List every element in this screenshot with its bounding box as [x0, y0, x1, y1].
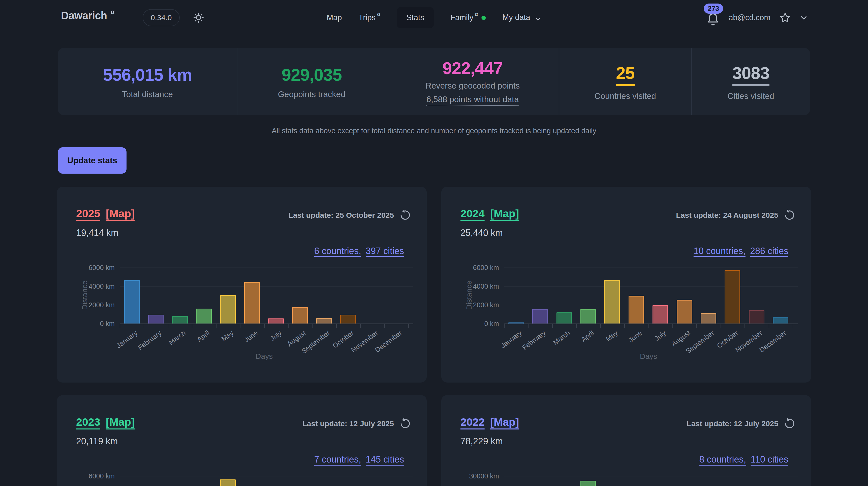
- bar-february: [148, 315, 163, 323]
- reverse-geocoded-value: 922,447: [442, 59, 503, 78]
- x-axis-month-label: December: [374, 329, 403, 354]
- chart-gridline: [504, 476, 798, 477]
- x-axis-line: [120, 323, 413, 324]
- geopoints-value: 929,035: [281, 65, 342, 84]
- x-axis-tick: [240, 324, 241, 328]
- x-axis-tick: [744, 324, 745, 328]
- bar-april: [196, 309, 212, 323]
- x-axis-month-label: December: [758, 329, 788, 354]
- version-label: 0.34.0: [151, 13, 172, 22]
- star-icon: [779, 11, 791, 24]
- x-axis-tick: [360, 324, 361, 328]
- geopoints-label: Geopoints tracked: [278, 90, 345, 99]
- distance-bar-chart: 0 km2000 km4000 km6000 kmJanuaryFebruary…: [57, 187, 427, 382]
- x-axis-tick: [408, 324, 409, 328]
- x-axis-tick: [552, 324, 553, 328]
- x-axis-tick: [793, 324, 793, 328]
- bar-june: [628, 296, 644, 323]
- bar-may: [220, 295, 236, 323]
- x-axis-tick: [384, 324, 385, 328]
- points-without-data-link[interactable]: 6,588 points without data: [427, 95, 519, 106]
- x-axis-tick: [720, 324, 721, 328]
- theme-toggle-button[interactable]: [192, 11, 205, 24]
- year-card: 2023 [Map] Last update: 12 July 2025 20,…: [57, 395, 427, 486]
- x-axis-tick: [769, 324, 769, 328]
- chart-gridline: [504, 286, 798, 287]
- x-axis-month-label: March: [167, 329, 187, 347]
- bar-may: [220, 480, 236, 486]
- x-axis-tick: [528, 324, 528, 328]
- x-axis-tick: [216, 324, 217, 328]
- nav-family[interactable]: Familyα: [451, 13, 486, 22]
- bar-march: [557, 312, 572, 323]
- x-axis-tick: [600, 324, 601, 328]
- user-menu-toggle[interactable]: [800, 13, 808, 22]
- bar-september: [316, 318, 332, 323]
- bar-january: [124, 280, 140, 323]
- bar-july: [268, 318, 284, 323]
- chart-gridline: [504, 267, 798, 268]
- bar-november: [749, 310, 765, 323]
- chevron-down-icon: [800, 13, 808, 22]
- trips-alpha-badge: α: [377, 11, 380, 17]
- chart-gridline: [120, 286, 413, 287]
- version-badge: 0.34.0: [143, 9, 180, 26]
- x-axis-tick: [336, 324, 337, 328]
- navbar: Dawarich α 0.34.0 Map Tripsα Stats Famil…: [0, 0, 868, 35]
- x-axis-tick: [192, 324, 192, 328]
- nav-trips[interactable]: Tripsα: [359, 13, 380, 22]
- app-brand[interactable]: Dawarich α: [61, 9, 115, 22]
- x-axis-tick: [144, 324, 144, 328]
- alpha-badge: α: [111, 8, 115, 16]
- x-axis-tick: [696, 324, 697, 328]
- x-axis-month-label: May: [604, 329, 620, 343]
- x-axis-title: Days: [640, 352, 657, 361]
- stat-reverse-geocoded: 922,447 Reverse geocoded points 6,588 po…: [386, 48, 559, 115]
- x-axis-tick: [168, 324, 168, 328]
- x-axis-month-label: January: [499, 329, 523, 350]
- countries-value: 25: [616, 64, 634, 86]
- distance-bar-chart: 0 km2000 km4000 km6000 kmJanuaryFebruary…: [57, 395, 427, 486]
- x-axis-month-label: March: [552, 329, 571, 347]
- x-axis-tick: [264, 324, 265, 328]
- bar-july: [652, 305, 668, 323]
- notification-count-badge: 273: [704, 3, 723, 13]
- x-axis-line: [504, 323, 798, 324]
- favorite-star-button[interactable]: [779, 11, 791, 24]
- family-online-dot: [482, 16, 486, 20]
- chart-gridline: [120, 476, 413, 477]
- bar-may: [604, 280, 620, 323]
- y-axis-tick-label: 0 km: [57, 320, 115, 328]
- nav-map[interactable]: Map: [327, 13, 342, 22]
- countries-label: Countries visited: [594, 91, 656, 101]
- sun-icon: [193, 12, 205, 24]
- x-axis-month-label: June: [627, 329, 644, 344]
- stat-cities: 3083 Cities visited: [691, 48, 810, 115]
- x-axis-month-label: August: [285, 329, 307, 348]
- y-axis-tick-label: 30000 km: [441, 473, 499, 480]
- y-axis-tick-label: 0 km: [441, 320, 499, 328]
- notifications-button[interactable]: 273: [706, 12, 720, 27]
- reverse-geocoded-label: Reverse geocoded points: [426, 81, 520, 91]
- nav-my-data[interactable]: My data: [502, 13, 541, 23]
- nav-stats-active[interactable]: Stats: [397, 7, 434, 28]
- user-email[interactable]: ab@cd.com: [728, 13, 771, 22]
- year-card: 2025 [Map] Last update: 25 October 2025 …: [57, 187, 427, 382]
- y-axis-title: Distance: [465, 281, 473, 310]
- x-axis-tick: [288, 324, 288, 328]
- x-axis-tick: [504, 324, 504, 328]
- bar-october: [340, 315, 356, 323]
- cities-value: 3083: [733, 64, 770, 86]
- x-axis-month-label: August: [670, 329, 691, 348]
- x-axis-month-label: June: [243, 329, 259, 344]
- bar-april: [581, 309, 596, 323]
- stat-countries: 25 Countries visited: [559, 48, 691, 115]
- y-axis-tick-label: 6000 km: [441, 264, 499, 272]
- x-axis-tick: [673, 324, 673, 328]
- update-stats-button[interactable]: Update stats: [58, 147, 126, 174]
- year-card: 2024 [Map] Last update: 24 August 2025 2…: [441, 187, 811, 382]
- x-axis-month-label: February: [521, 329, 548, 352]
- year-cards-grid: 2025 [Map] Last update: 25 October 2025 …: [57, 187, 811, 486]
- x-axis-month-label: May: [220, 329, 235, 343]
- x-axis-month-label: April: [195, 329, 211, 343]
